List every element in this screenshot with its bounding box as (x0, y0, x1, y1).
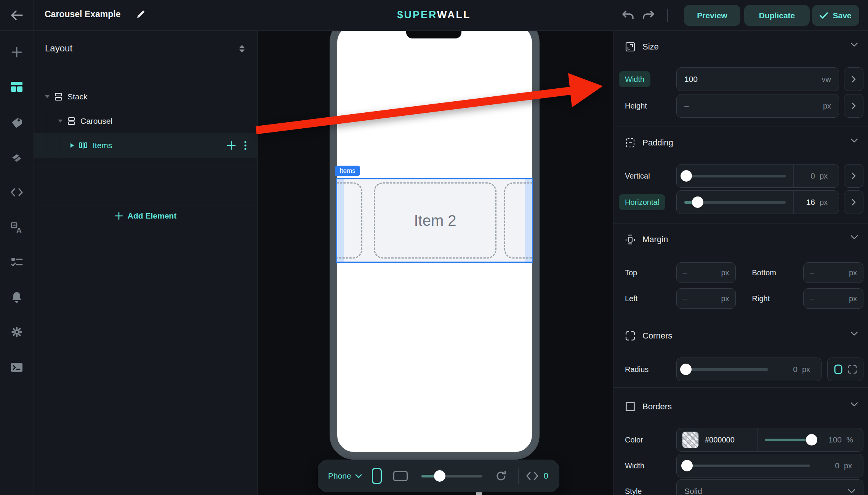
borders-icon (625, 401, 636, 412)
height-label[interactable]: Height (625, 102, 676, 110)
layout-templates-icon[interactable] (0, 76, 34, 97)
border-color-box[interactable]: #000000 100 % (676, 428, 863, 452)
padding-vertical-slider-box[interactable]: 0 px (676, 164, 839, 188)
divider (518, 468, 519, 484)
checklist-icon[interactable] (0, 251, 34, 273)
indent-guide (47, 109, 47, 158)
height-input[interactable]: – px (676, 94, 839, 118)
slider-knob[interactable] (680, 364, 692, 375)
border-width-slider[interactable] (684, 465, 810, 467)
device-select[interactable]: Phone (328, 471, 362, 481)
margin-left-input[interactable]: –px (676, 288, 736, 309)
width-expand-button[interactable] (844, 67, 863, 91)
color-hex-value[interactable]: #000000 (705, 436, 754, 444)
carousel-item-text[interactable]: Item 2 (374, 179, 496, 262)
padding-horizontal-label[interactable]: Horizontal (619, 194, 665, 210)
border-opacity-slider[interactable] (765, 439, 813, 441)
radius-unit[interactable]: px (802, 365, 814, 374)
chevron-down-icon (848, 489, 855, 493)
redo-icon[interactable] (641, 8, 656, 22)
padding-vertical-unit[interactable]: px (820, 172, 831, 180)
height-unit[interactable]: px (823, 102, 831, 110)
slider-knob[interactable] (434, 470, 445, 482)
padding-vertical-label[interactable]: Vertical (625, 172, 676, 180)
padding-horizontal-slider-box[interactable]: 16 px (676, 190, 839, 214)
chevron-down-icon (355, 474, 362, 478)
chevron-down-icon[interactable] (850, 235, 858, 240)
corner-mode-toggle[interactable] (827, 358, 863, 381)
width-label[interactable]: Width (619, 71, 650, 87)
radius-slider-box[interactable]: 0 px (676, 358, 822, 381)
color-swatch[interactable] (682, 431, 699, 448)
terminal-icon[interactable] (0, 357, 34, 378)
tree-row-items[interactable]: Items (34, 133, 257, 158)
indent-guide (60, 133, 60, 158)
divider (34, 74, 257, 74)
more-options-icon[interactable] (244, 141, 247, 150)
preview-button[interactable]: Preview (684, 5, 740, 26)
tree-row-stack[interactable]: Stack (34, 85, 257, 109)
margin-right-input[interactable]: –px (803, 288, 863, 309)
code-icon[interactable] (0, 182, 34, 203)
corners-icon (625, 331, 636, 341)
border-width-slider-box[interactable]: 0 px (676, 454, 863, 477)
margin-section-header[interactable]: Margin (625, 231, 668, 248)
landscape-orientation-icon[interactable] (393, 471, 408, 481)
padding-icon (625, 137, 636, 148)
width-unit[interactable]: vw (822, 75, 831, 84)
slider-knob[interactable] (806, 434, 817, 446)
height-expand-button[interactable] (844, 94, 863, 118)
border-style-select[interactable]: Solid (676, 479, 863, 495)
chevron-down-icon[interactable] (850, 331, 858, 336)
refresh-icon[interactable] (495, 470, 507, 482)
code-view-toggle[interactable]: 0 (526, 471, 548, 481)
tag-icon[interactable] (0, 112, 34, 133)
padding-vertical-slider[interactable] (684, 175, 786, 177)
tree-row-carousel[interactable]: Carousel (34, 109, 257, 133)
add-element-button[interactable]: Add Element (34, 206, 257, 226)
expand-triangle-icon[interactable] (45, 95, 50, 98)
padding-vertical-expand-button[interactable] (844, 164, 863, 188)
chevron-down-icon[interactable] (850, 138, 858, 143)
theme-brush-icon[interactable] (0, 147, 34, 168)
slider-knob[interactable] (681, 170, 692, 182)
corners-section-header[interactable]: Corners (625, 327, 672, 344)
tree-label: Items (93, 141, 112, 150)
size-section-header[interactable]: Size (625, 38, 659, 55)
width-input[interactable]: 100 vw (676, 67, 839, 91)
individual-corners-icon (848, 365, 857, 374)
gear-icon[interactable] (0, 321, 34, 343)
radius-slider[interactable] (684, 368, 768, 371)
portrait-orientation-icon[interactable] (372, 468, 382, 484)
plus-icon[interactable] (0, 42, 34, 63)
duplicate-button[interactable]: Duplicate (744, 5, 810, 26)
padding-horizontal-expand-button[interactable] (844, 190, 863, 214)
sort-arrows-icon[interactable] (239, 45, 245, 53)
collapse-triangle-icon[interactable] (70, 143, 74, 148)
chevron-down-icon[interactable] (850, 42, 858, 47)
chevron-down-icon[interactable] (850, 402, 858, 407)
borders-section-header[interactable]: Borders (625, 398, 672, 415)
slider-knob[interactable] (681, 460, 693, 471)
save-button[interactable]: Save (812, 5, 859, 26)
margin-bottom-input[interactable]: –px (803, 262, 863, 283)
undo-icon[interactable] (620, 8, 636, 22)
left-icon-rail: A (0, 31, 34, 495)
selection-badge[interactable]: Items (335, 166, 360, 176)
tree-label: Stack (67, 92, 88, 101)
plus-icon (115, 212, 123, 220)
slider-knob[interactable] (692, 196, 703, 208)
padding-section-header[interactable]: Padding (625, 134, 673, 151)
canvas-zoom-slider[interactable] (421, 475, 482, 477)
bell-icon[interactable] (0, 286, 34, 308)
translate-icon[interactable]: A (0, 217, 34, 238)
design-canvas[interactable]: Item 2 Items Phone 0 (258, 31, 613, 495)
add-child-icon[interactable] (227, 141, 236, 150)
expand-triangle-icon[interactable] (58, 120, 62, 123)
selected-carousel-items[interactable]: Item 2 (336, 178, 533, 263)
padding-horizontal-unit[interactable]: px (820, 198, 831, 207)
margin-bottom-label: Bottom (752, 268, 804, 277)
padding-horizontal-slider[interactable] (684, 201, 786, 204)
border-color-label: Color (625, 436, 676, 444)
margin-top-input[interactable]: –px (676, 262, 736, 283)
